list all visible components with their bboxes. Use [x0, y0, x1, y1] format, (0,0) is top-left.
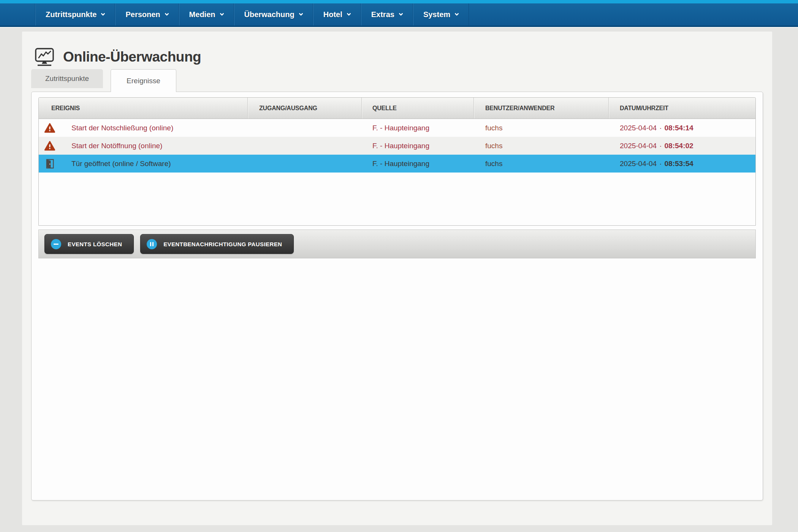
table-row[interactable]: Start der Notschließung (online) F. - Ha… — [39, 119, 755, 137]
monitor-chart-icon — [34, 48, 55, 66]
zugang-ausgang-value — [248, 155, 362, 173]
delete-events-button[interactable]: EVENTS LÖSCHEN — [44, 234, 134, 254]
time-value: 08:53:54 — [665, 160, 694, 168]
time-value: 08:54:14 — [665, 124, 694, 132]
event-label: Tür geöffnet (online / Software) — [71, 160, 171, 168]
zugang-ausgang-value — [248, 137, 362, 155]
chevron-down-icon — [454, 11, 459, 16]
pause-circle-icon — [147, 239, 157, 249]
nav-item-zutrittspunkte[interactable]: Zutrittspunkte — [35, 3, 115, 25]
warning-icon — [44, 122, 55, 134]
page-header: Online-Überwachung — [22, 32, 772, 69]
chevron-down-icon — [165, 11, 169, 16]
column-header-zugang-ausgang: ZUGANG/AUSGANG — [248, 98, 362, 119]
event-actions-bar: EVENTS LÖSCHEN EVENTBENACHRICHTIGUNG PAU… — [38, 230, 756, 258]
table-header-row: EREIGNIS ZUGANG/AUSGANG QUELLE BENUTZER/… — [39, 98, 755, 119]
nav-item-berwachung[interactable]: Überwachung — [234, 3, 313, 25]
event-label: Start der Notöffnung (online) — [71, 142, 162, 150]
nav-item-personen[interactable]: Personen — [115, 3, 178, 25]
date-time-separator: · — [657, 142, 664, 150]
nav-item-medien[interactable]: Medien — [179, 3, 234, 25]
date-time-separator: · — [657, 160, 664, 168]
main-menu-bar: Zutrittspunkte Personen Medien Überwachu… — [0, 3, 798, 27]
events-tab-panel: EREIGNIS ZUGANG/AUSGANG QUELLE BENUTZER/… — [31, 92, 763, 500]
quelle-value: F. - Haupteingang — [362, 155, 474, 173]
quelle-value: F. - Haupteingang — [362, 119, 474, 137]
warning-icon — [44, 140, 55, 152]
table-row[interactable]: Tür geöffnet (online / Software) F. - Ha… — [39, 155, 755, 173]
chevron-down-icon — [399, 11, 403, 16]
column-header-quelle: QUELLE — [362, 98, 474, 119]
events-table: EREIGNIS ZUGANG/AUSGANG QUELLE BENUTZER/… — [38, 97, 756, 226]
column-header-benutzer-anwender: BENUTZER/ANWENDER — [474, 98, 609, 119]
date-value: 2025-04-04 — [620, 160, 657, 168]
main-panel: Online-Überwachung Zutrittspunkte Ereign… — [22, 32, 772, 525]
minus-circle-icon — [51, 239, 61, 249]
nav-item-system[interactable]: System — [413, 3, 469, 25]
datum-uhrzeit-value: 2025-04-04 · 08:54:14 — [609, 119, 755, 137]
datum-uhrzeit-value: 2025-04-04 · 08:54:02 — [609, 137, 755, 155]
time-value: 08:54:02 — [665, 142, 694, 150]
chevron-down-icon — [299, 11, 303, 16]
top-accent-strip — [0, 0, 798, 3]
event-label: Start der Notschließung (online) — [71, 124, 173, 132]
open-door-icon — [44, 158, 55, 169]
nav-item-hotel[interactable]: Hotel — [313, 3, 361, 25]
date-time-separator: · — [657, 124, 664, 132]
table-body: Start der Notschließung (online) F. - Ha… — [39, 119, 755, 173]
pause-event-notification-button[interactable]: EVENTBENACHRICHTIGUNG PAUSIEREN — [140, 234, 294, 254]
datum-uhrzeit-value: 2025-04-04 · 08:53:54 — [609, 155, 755, 173]
benutzer-value: fuchs — [474, 119, 609, 137]
tab-zutrittspunkte[interactable]: Zutrittspunkte — [31, 69, 103, 88]
benutzer-value: fuchs — [474, 155, 609, 173]
chevron-down-icon — [347, 11, 351, 16]
column-header-ereignis: EREIGNIS — [39, 98, 248, 119]
zugang-ausgang-value — [248, 119, 362, 137]
chevron-down-icon — [220, 11, 224, 16]
table-row[interactable]: Start der Notöffnung (online) F. - Haupt… — [39, 137, 755, 155]
date-value: 2025-04-04 — [620, 124, 657, 132]
quelle-value: F. - Haupteingang — [362, 137, 474, 155]
benutzer-value: fuchs — [474, 137, 609, 155]
tab-bar: Zutrittspunkte Ereignisse — [22, 69, 772, 92]
tab-ereignisse[interactable]: Ereignisse — [111, 69, 176, 92]
page-title: Online-Überwachung — [63, 49, 201, 65]
chevron-down-icon — [101, 11, 105, 16]
date-value: 2025-04-04 — [620, 142, 657, 150]
column-header-datum-uhrzeit: DATUM/UHRZEIT — [609, 98, 755, 119]
nav-item-extras[interactable]: Extras — [361, 3, 413, 25]
